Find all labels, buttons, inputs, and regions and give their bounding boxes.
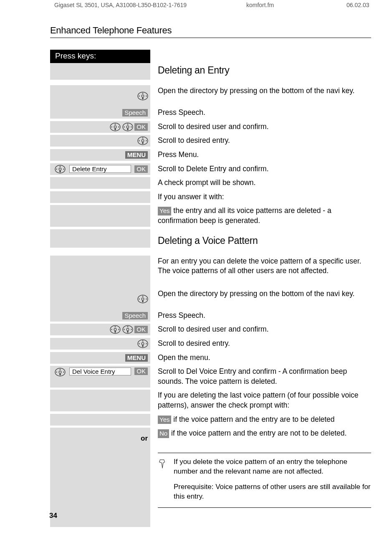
softkey-ok: OK xyxy=(134,165,148,173)
step-text: Scroll to desired entry. xyxy=(150,338,371,352)
navi-key-icon xyxy=(54,368,65,377)
softkey-yes: Yes xyxy=(158,416,171,424)
step-text: Scroll to desired user and confirm. xyxy=(150,324,371,338)
page-header: Gigaset SL 3501, USA, A31008-L350-B102-1… xyxy=(54,2,371,8)
step-text: If you are deleting the last voice patte… xyxy=(150,390,371,413)
softkey-ok: OK xyxy=(134,326,148,333)
step-text: Open the directory by pressing on the bo… xyxy=(150,288,371,302)
intro-text: For an entry you can delete the voice pa… xyxy=(150,256,371,279)
softkey-menu: MENU xyxy=(125,151,148,159)
navi-key-icon xyxy=(122,122,133,132)
softkey-ok: OK xyxy=(134,368,148,375)
heading-deleting-entry: Deleting an Entry xyxy=(158,64,371,77)
press-keys-header: Press keys: xyxy=(50,50,150,63)
file-name: komfort.fm xyxy=(246,2,346,8)
navi-key-icon xyxy=(137,339,148,348)
step-text: Press Menu. xyxy=(150,149,371,163)
step-text: Press Speech. xyxy=(150,107,371,121)
section-title: Enhanced Telephone Features xyxy=(50,25,371,38)
note-box: If you delete the voice pattern of an en… xyxy=(158,453,371,508)
step-text: Yes the entry and all its voice patterns… xyxy=(150,205,371,229)
step-text: Scroll to desired entry. xyxy=(150,135,371,149)
softkey-yes: Yes xyxy=(158,207,171,215)
step-text: If you answer it with: xyxy=(150,191,371,205)
step-text: Scroll to Del Voice Entry and confirm - … xyxy=(150,366,371,390)
doc-id: Gigaset SL 3501, USA, A31008-L350-B102-1… xyxy=(54,2,246,8)
navi-key-icon xyxy=(122,325,133,334)
heading-deleting-voice-pattern: Deleting a Voice Pattern xyxy=(158,234,371,247)
softkey-speech: Speech xyxy=(122,109,148,117)
step-text: Scroll to desired user and confirm. xyxy=(150,121,371,135)
step-text: Scroll to Delete Entry and confirm. xyxy=(150,163,371,177)
menu-item-delete-entry: Delete Entry xyxy=(69,165,131,173)
navi-key-icon xyxy=(137,91,148,101)
note-paragraph: If you delete the voice pattern of an en… xyxy=(174,457,371,477)
navi-key-icon xyxy=(137,136,148,145)
doc-date: 06.02.03 xyxy=(346,2,369,8)
navi-key-icon xyxy=(137,294,148,304)
menu-item-del-voice-entry: Del Voice Entry xyxy=(69,368,131,375)
or-label: or xyxy=(141,434,148,443)
note-paragraph: Prerequisite: Voice patterns of other us… xyxy=(174,482,371,502)
page-number: 34 xyxy=(49,512,57,520)
navi-key-icon xyxy=(109,122,120,132)
step-text: Press Speech. xyxy=(150,310,371,324)
pin-icon xyxy=(158,457,168,502)
softkey-no: No xyxy=(158,429,169,438)
navi-key-icon xyxy=(109,325,120,334)
softkey-menu: MENU xyxy=(125,354,148,362)
step-text: Yes if the voice pattern and the entry a… xyxy=(150,414,371,428)
step-text: Open the directory by pressing on the bo… xyxy=(150,85,371,99)
softkey-speech: Speech xyxy=(122,312,148,319)
softkey-ok: OK xyxy=(134,123,148,131)
step-text: A check prompt will be shown. xyxy=(150,177,371,191)
step-text: No if the voice pattern and the entry ar… xyxy=(150,428,371,442)
step-text: Open the menu. xyxy=(150,352,371,366)
navi-key-icon xyxy=(54,165,65,174)
